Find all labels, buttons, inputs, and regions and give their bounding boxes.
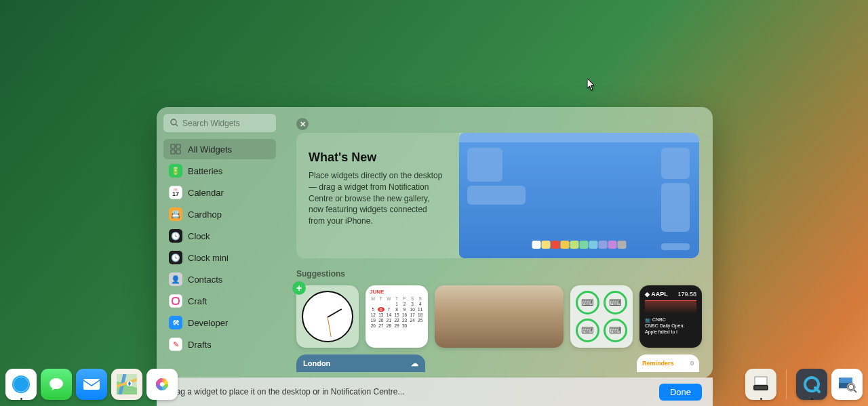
search-input[interactable] (163, 114, 276, 132)
craft-icon (169, 294, 182, 308)
bluetooth-icon: ⌨ (576, 291, 599, 314)
preview-widget (661, 148, 690, 179)
hero-card: What's New Place widgets directly on the… (296, 133, 699, 258)
sidebar-item-label: All Widgets (188, 144, 232, 155)
sidebar-item-calendar[interactable]: JUL17 Calendar (163, 182, 276, 203)
sidebar-item-developer[interactable]: 🛠 Developer (163, 312, 276, 333)
sidebar-item-all-widgets[interactable]: All Widgets (163, 139, 276, 159)
stock-news: 📺 CNBCCNBC Daily Open: Apple failed to i (645, 317, 696, 335)
developer-icon: 🛠 (169, 316, 182, 329)
sidebar-item-label: Batteries (188, 166, 222, 176)
bluetooth-icon: ⌨ (604, 291, 627, 314)
dock-quicktime[interactable] (796, 369, 827, 400)
drafts-icon: ✎ (169, 338, 182, 351)
svg-rect-19 (755, 377, 767, 385)
clock-icon: 🕓 (169, 251, 182, 264)
sidebar-item-clock-mini[interactable]: 🕓 Clock mini (163, 247, 276, 268)
dock-photos[interactable] (146, 369, 178, 400)
dock-separator (786, 369, 787, 399)
close-button[interactable]: ✕ (296, 118, 309, 130)
sidebar-item-label: Clock mini (188, 253, 229, 263)
sidebar-item-cardhop[interactable]: 📇 Cardhop (163, 204, 276, 224)
battery-icon: 🔋 (169, 164, 182, 178)
bluetooth-icon: ⌨ (576, 319, 599, 342)
sidebar-item-craft[interactable]: Craft (163, 291, 276, 311)
widget-calendar[interactable]: JUNE MTWTFSS 1234 567891011 121314151617… (366, 285, 428, 348)
svg-rect-2 (171, 144, 175, 148)
stock-symbol: ◆ AAPL (645, 291, 668, 298)
widget-clock[interactable]: + (296, 285, 359, 348)
sidebar-item-label: Clock (188, 231, 210, 241)
hero-title: What's New (309, 150, 446, 165)
sidebar-item-label: Cardhop (188, 209, 222, 220)
stock-price: 179.58 (677, 291, 696, 298)
dock-app-typewriter[interactable] (745, 369, 776, 400)
preview-widget (661, 183, 690, 232)
dock (0, 364, 868, 405)
svg-rect-3 (176, 144, 180, 148)
hero-description: Place widgets directly on the desktop — … (309, 170, 446, 227)
dock-messages[interactable] (41, 369, 72, 400)
wallpaper-color-strip (532, 241, 627, 249)
clock-icon: 🕓 (169, 229, 182, 243)
svg-rect-4 (171, 150, 175, 154)
svg-line-1 (176, 124, 178, 126)
preview-widget (467, 148, 502, 182)
sidebar-item-clock[interactable]: 🕓 Clock (163, 226, 276, 246)
suggestions-label: Suggestions (296, 269, 699, 279)
search-wrap (163, 114, 276, 132)
widget-photos[interactable] (435, 285, 564, 348)
sidebar-item-batteries[interactable]: 🔋 Batteries (163, 161, 276, 181)
svg-point-8 (50, 378, 63, 389)
sidebar-item-label: Craft (188, 296, 207, 306)
preview-widget (661, 243, 690, 250)
svg-rect-21 (755, 386, 767, 389)
sidebar-item-label: Developer (188, 318, 228, 328)
grid-icon (169, 142, 182, 156)
widget-stocks[interactable]: ◆ AAPL179.58 📺 CNBCCNBC Daily Open: Appl… (639, 285, 702, 348)
main-content: ✕ What's New Place widgets directly on t… (283, 107, 713, 378)
preview-widget (467, 186, 526, 205)
cardhop-icon: 📇 (169, 207, 182, 221)
contacts-icon: 👤 (169, 272, 182, 286)
dock-mail[interactable] (76, 369, 107, 400)
sidebar-item-contacts[interactable]: 👤 Contacts (163, 269, 276, 289)
sidebar-item-label: Drafts (188, 340, 212, 350)
sidebar-item-drafts[interactable]: ✎ Drafts (163, 334, 276, 354)
hero-preview (459, 133, 699, 258)
mouse-cursor (587, 79, 597, 93)
dock-safari[interactable] (5, 369, 37, 400)
svg-point-0 (171, 119, 176, 125)
add-widget-button[interactable]: + (292, 281, 306, 295)
clock-face (302, 291, 353, 342)
calendar-month: JUNE (370, 289, 424, 295)
calendar-grid: MTWTFSS 1234 567891011 12131415161718 19… (370, 296, 424, 328)
svg-rect-9 (83, 379, 100, 390)
widget-row: + JUNE MTWTFSS 1234 567891011 1213141516… (296, 285, 699, 348)
sidebar-item-label: Calendar (188, 188, 224, 198)
bluetooth-icon: ⌨ (604, 319, 627, 342)
svg-rect-5 (176, 150, 180, 154)
sidebar-item-label: Contacts (188, 275, 222, 285)
widget-batteries[interactable]: ⌨ ⌨ ⌨ ⌨ (570, 285, 633, 348)
sidebar: All Widgets 🔋 Batteries JUL17 Calendar 📇… (157, 107, 283, 378)
stock-chart (645, 300, 696, 314)
calendar-icon: JUL17 (169, 186, 182, 199)
svg-point-6 (12, 375, 30, 393)
dock-preview[interactable] (831, 369, 863, 400)
hero-text: What's New Place widgets directly on the… (296, 133, 446, 258)
search-icon (170, 119, 178, 129)
dock-maps[interactable] (111, 369, 142, 400)
widget-gallery-panel: All Widgets 🔋 Batteries JUL17 Calendar 📇… (157, 107, 713, 378)
